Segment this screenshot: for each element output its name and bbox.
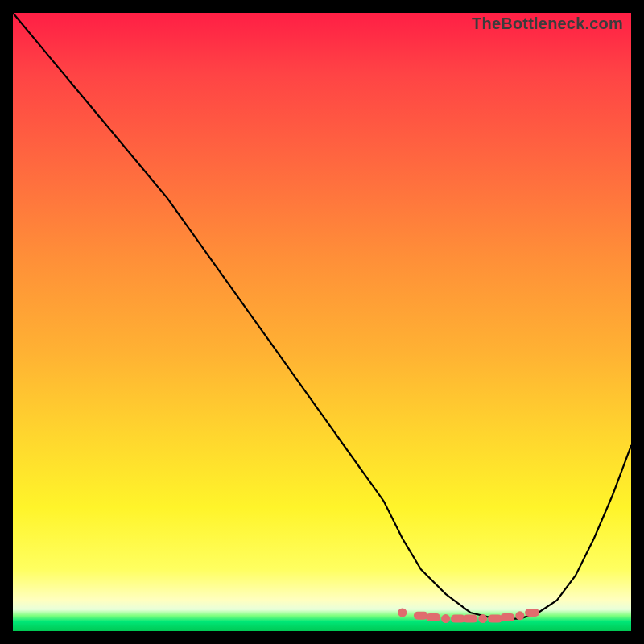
marker-dot <box>515 611 524 620</box>
chart-svg <box>13 13 631 631</box>
marker-pill <box>488 615 502 623</box>
marker-pill <box>414 612 428 620</box>
marker-pill <box>525 609 539 617</box>
marker-dot <box>478 614 487 623</box>
marker-pill <box>426 613 440 621</box>
marker-pill <box>500 613 514 621</box>
bottleneck-curve <box>13 13 631 619</box>
marker-dot <box>398 609 407 617</box>
chart-frame: TheBottleneck.com <box>13 13 631 631</box>
marker-dot <box>441 614 450 623</box>
marker-pill <box>463 615 477 623</box>
